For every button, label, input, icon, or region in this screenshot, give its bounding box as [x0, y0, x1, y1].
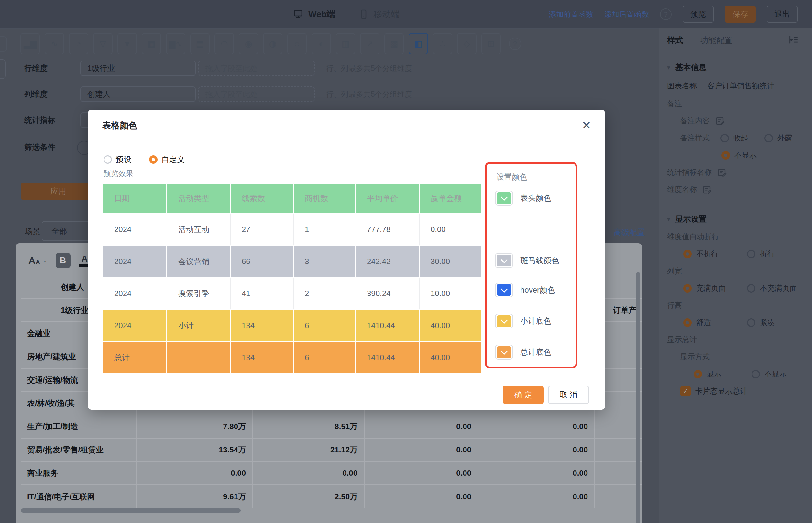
- radio-option[interactable]: 充满页面: [683, 283, 726, 293]
- color-swatch-dropdown[interactable]: [497, 315, 512, 327]
- world-map-icon[interactable]: ◌: [287, 33, 307, 54]
- line-chart-icon[interactable]: ∿: [45, 33, 64, 54]
- preview-cell: 搜索引擎: [167, 278, 230, 309]
- radio-icon: [721, 151, 730, 160]
- pie-chart-icon[interactable]: ◔: [69, 33, 88, 54]
- preview-header-cell: 线索数: [230, 184, 294, 213]
- tab-function-config[interactable]: 功能配置: [700, 35, 733, 46]
- gauge-icon[interactable]: ◠: [215, 33, 234, 54]
- preset-radio[interactable]: 预设: [104, 155, 131, 165]
- radio-icon: [694, 370, 702, 378]
- setting-label: 显示方式: [680, 352, 710, 362]
- divider: [659, 204, 812, 204]
- heatmap-icon[interactable]: ▩: [384, 33, 404, 54]
- radio-icon: [747, 319, 755, 327]
- color-setting-item[interactable]: hover颜色: [495, 283, 555, 297]
- pivot-table-icon[interactable]: ◧: [409, 33, 428, 54]
- setting-label-row: 显示总计: [659, 331, 812, 348]
- toolbar-help-icon[interactable]: ?: [509, 38, 521, 50]
- color-swatch-dropdown[interactable]: [497, 346, 512, 358]
- color-setting-label: 总计底色: [520, 347, 551, 357]
- add-pre-function-link[interactable]: 添加前置函数: [549, 10, 593, 19]
- value-cell: 0.00: [478, 438, 595, 461]
- drop-zone[interactable]: 拖入字段至此处: [198, 86, 315, 102]
- bold-button[interactable]: B: [56, 253, 71, 268]
- section-label: 基本信息: [676, 62, 706, 72]
- field-label: 图表名称: [667, 81, 697, 91]
- form-row-0: 行维度1级行业拖入字段至此处行、列最多共5个分组维度: [0, 60, 421, 76]
- color-setting-item[interactable]: 斑马线颜色: [495, 253, 559, 268]
- scatter-icon[interactable]: ∴: [433, 33, 452, 54]
- data-table-icon[interactable]: ▦: [142, 33, 161, 54]
- radio-option[interactable]: 不折行: [683, 249, 719, 259]
- tab-mobile[interactable]: 移动端: [358, 8, 400, 20]
- trend-icon[interactable]: ↗: [360, 33, 380, 54]
- setting-label: 备注内容: [680, 116, 710, 126]
- caret-down-icon: ▾: [667, 216, 670, 223]
- funnel-compare-icon[interactable]: ▼: [117, 33, 137, 54]
- cancel-button[interactable]: 取 消: [548, 386, 589, 404]
- tab-web[interactable]: Web端: [293, 8, 335, 20]
- industry-cell: 商业服务: [21, 462, 136, 485]
- preview-cell: 6: [294, 310, 356, 341]
- funnel-icon[interactable]: ▽: [93, 33, 113, 54]
- radio-option[interactable]: 不充满页面: [747, 283, 797, 293]
- preview-button[interactable]: 预览: [683, 6, 714, 23]
- confirm-button[interactable]: 确 定: [503, 386, 544, 404]
- stacked-bar-icon[interactable]: ▥: [336, 33, 355, 54]
- help-icon[interactable]: ?: [660, 8, 671, 20]
- chevron-down-icon: ⌄: [43, 258, 47, 264]
- china-map-icon[interactable]: ◉: [239, 33, 258, 54]
- dimension-input[interactable]: 1级行业: [80, 60, 196, 76]
- radio-option[interactable]: 紧凑: [747, 318, 775, 327]
- preview-header-row: 日期活动类型线索数商机数平均单价赢单金额: [103, 184, 481, 214]
- advanced-config-link[interactable]: 高级配置: [614, 227, 645, 237]
- horizontal-scrollbar[interactable]: [21, 508, 241, 513]
- card-layout-icon[interactable]: ⊞: [481, 33, 501, 54]
- radio-option[interactable]: 外露: [764, 133, 792, 143]
- save-button[interactable]: 保存: [725, 6, 756, 23]
- combo-chart-icon[interactable]: ▆∿: [166, 33, 185, 54]
- radio-label: 收起: [733, 133, 748, 143]
- tab-style[interactable]: 样式: [667, 35, 683, 46]
- bar-chart-icon[interactable]: ▂▆: [20, 33, 40, 54]
- apply-button[interactable]: 应用: [21, 182, 96, 200]
- radar-icon[interactable]: ◇: [457, 33, 477, 54]
- color-setting-item[interactable]: 表头颜色: [495, 191, 551, 205]
- color-swatch-dropdown[interactable]: [497, 284, 512, 296]
- color-setting-item[interactable]: 小计底色: [495, 313, 551, 328]
- color-setting-item[interactable]: 总计底色: [495, 345, 551, 360]
- setting-label-row: 列宽: [659, 263, 812, 279]
- add-post-function-link[interactable]: 添加后置函数: [604, 10, 649, 19]
- radio-option[interactable]: 不显示: [721, 150, 757, 160]
- chevron-down-icon: [500, 348, 507, 355]
- drop-zone[interactable]: 拖入字段至此处: [198, 60, 315, 76]
- preview-cell: 3: [294, 246, 356, 277]
- checkbox-icon[interactable]: ✓: [680, 386, 691, 396]
- preview-row-subtotal: 2024小计13461410.4440.00: [103, 310, 481, 342]
- chart-type-toolbar: ▂▆∿◔▽▼▦▆∿▤◠◉◍◌◐▥↗▩◧∴◇⊞?: [20, 33, 521, 54]
- custom-radio[interactable]: 自定义: [149, 155, 185, 165]
- report-icon[interactable]: ▤: [190, 33, 210, 54]
- exit-button[interactable]: 退出: [767, 6, 798, 23]
- edit-note-icon[interactable]: [715, 116, 725, 126]
- world-map-2-icon[interactable]: ◐: [312, 33, 331, 54]
- edit-note-icon[interactable]: [702, 185, 712, 195]
- vertical-scrollbar[interactable]: [636, 272, 640, 523]
- radio-option[interactable]: 折行: [747, 249, 775, 259]
- radio-option[interactable]: 舒适: [683, 318, 711, 327]
- china-bubble-map-icon[interactable]: ◍: [263, 33, 282, 54]
- font-size-control[interactable]: AA ⌄: [29, 255, 47, 266]
- radio-option[interactable]: 显示: [694, 369, 721, 379]
- monitor-icon: [293, 9, 304, 20]
- radio-option[interactable]: 不显示: [752, 369, 787, 379]
- filler-cell: [595, 415, 642, 438]
- dimension-input[interactable]: 创建人: [80, 86, 196, 102]
- edit-note-icon[interactable]: [717, 168, 726, 177]
- close-icon[interactable]: ×: [582, 117, 591, 133]
- color-swatch-dropdown[interactable]: [497, 192, 512, 204]
- bg-table-row: 贸易/批发/零售/租赁业13.54万21.12万0.000.00: [21, 438, 642, 462]
- collapse-panel-icon[interactable]: [788, 34, 799, 47]
- color-swatch-dropdown[interactable]: [497, 255, 512, 266]
- radio-option[interactable]: 收起: [720, 133, 748, 143]
